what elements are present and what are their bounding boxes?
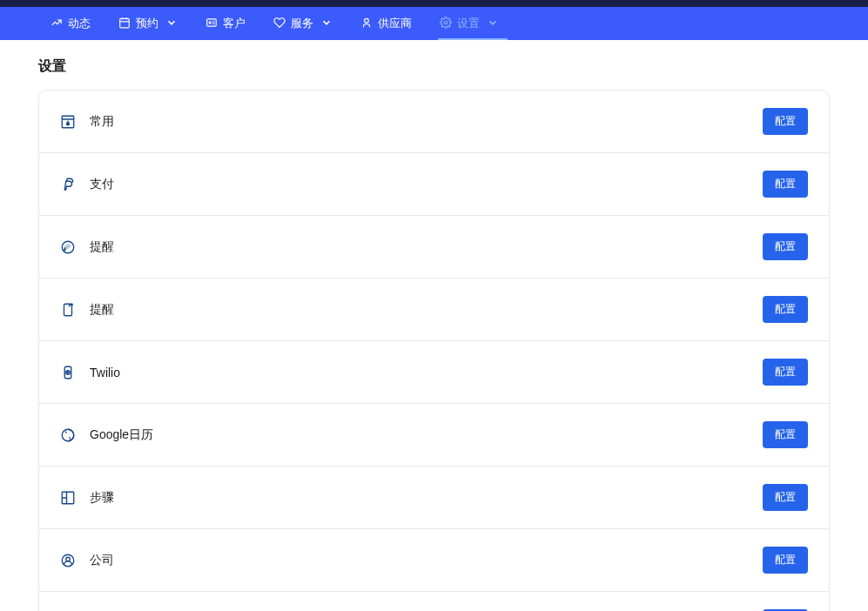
main-nav: 动态 预约 客户 服务 供应商 设置: [0, 7, 868, 40]
nav-label: 服务: [291, 16, 313, 31]
nav-customers[interactable]: 客户: [192, 7, 259, 40]
reminder-chat-icon: [60, 239, 76, 255]
general-icon: [60, 114, 76, 130]
svg-rect-15: [64, 304, 72, 316]
svg-point-8: [365, 18, 369, 23]
gear-icon: [440, 17, 452, 31]
calendar-icon: [118, 17, 131, 31]
nav-appointments[interactable]: 预约: [104, 7, 192, 40]
reminder-phone-icon: [60, 302, 76, 318]
twilio-icon: [60, 365, 76, 380]
config-button[interactable]: 配置: [763, 484, 808, 511]
top-accent-bar: [0, 0, 868, 7]
settings-row-company: 公司 配置: [39, 529, 829, 592]
config-button[interactable]: 配置: [763, 359, 808, 386]
settings-row-general: 常用 配置: [39, 91, 829, 153]
nav-label: 设置: [457, 16, 480, 31]
chevron-down-icon: [485, 17, 499, 31]
config-button[interactable]: 配置: [763, 171, 808, 198]
nav-label: 客户: [223, 16, 246, 31]
settings-row-payment: 支付 配置: [39, 153, 829, 216]
svg-point-9: [444, 21, 447, 24]
page-title: 设置: [38, 57, 830, 76]
google-calendar-icon: [60, 427, 76, 443]
settings-row-license: 许可证 配置: [39, 592, 829, 611]
config-button[interactable]: 配置: [763, 108, 808, 135]
settings-row-steps: 步骤 配置: [39, 467, 829, 529]
user-icon: [360, 17, 373, 31]
nav-activity[interactable]: 动态: [37, 7, 104, 40]
settings-label: 常用: [90, 114, 114, 130]
chevron-down-icon: [319, 17, 333, 31]
svg-point-19: [67, 372, 69, 373]
nav-label: 动态: [68, 16, 91, 31]
config-button[interactable]: 配置: [763, 421, 808, 448]
chevron-down-icon: [164, 17, 178, 31]
nav-suppliers[interactable]: 供应商: [347, 7, 426, 40]
company-icon: [60, 553, 76, 568]
heart-icon: [273, 17, 286, 31]
settings-label: 步骤: [90, 490, 114, 506]
nav-settings[interactable]: 设置: [426, 7, 513, 40]
settings-label: 公司: [90, 553, 114, 568]
config-button[interactable]: 配置: [763, 547, 808, 574]
settings-label: 支付: [90, 177, 114, 192]
steps-icon: [60, 490, 76, 506]
settings-panel: 常用 配置 支付 配置 提醒 配置: [38, 90, 830, 611]
users-icon: [205, 17, 218, 31]
settings-row-google-calendar: Google日历 配置: [39, 404, 829, 467]
svg-point-5: [209, 21, 211, 23]
settings-label: Google日历: [90, 427, 153, 443]
paypal-icon: [60, 177, 76, 192]
settings-label: 提醒: [90, 302, 114, 318]
settings-row-reminder-chat: 提醒 配置: [39, 216, 829, 279]
nav-label: 预约: [136, 16, 158, 31]
activity-icon: [50, 17, 63, 31]
settings-row-reminder-phone: 提醒 配置: [39, 279, 829, 341]
nav-label: 供应商: [378, 16, 412, 31]
page-content: 设置 常用 配置 支付 配置: [0, 40, 868, 611]
settings-label: 提醒: [90, 239, 114, 255]
nav-services[interactable]: 服务: [259, 7, 347, 40]
settings-label: Twilio: [90, 366, 120, 379]
config-button[interactable]: 配置: [763, 233, 808, 260]
settings-row-twilio: Twilio 配置: [39, 341, 829, 404]
svg-rect-0: [120, 18, 130, 27]
config-button[interactable]: 配置: [763, 296, 808, 323]
svg-point-12: [67, 122, 70, 124]
